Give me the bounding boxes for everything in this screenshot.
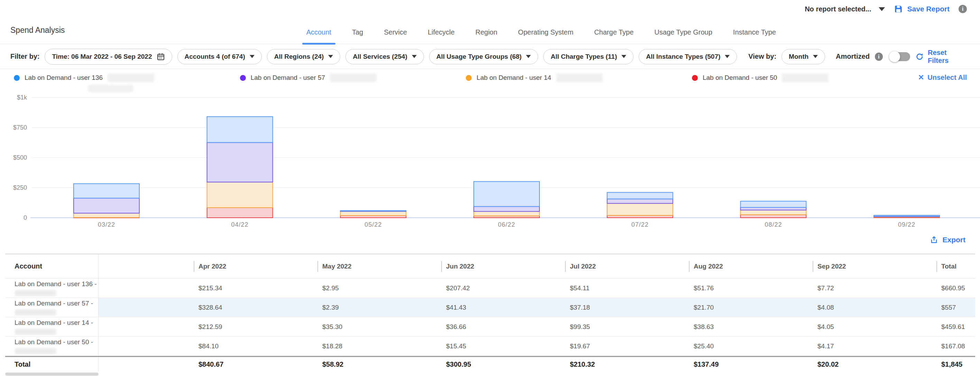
tab-instance-type[interactable]: Instance Type [723,29,786,44]
account-name: Lab on Demand - user 50 - [14,338,93,346]
tab-region[interactable]: Region [465,29,508,44]
table-header-row: Account Apr 2022 May 2022 Jun 2022 Jul 2… [5,254,975,279]
info-icon[interactable]: i [875,52,883,61]
table-row[interactable]: Lab on Demand - user 14 - $212.59 $35.30… [5,317,975,336]
cell-value: $459.61 [936,317,975,336]
cell-value: $19.67 [565,336,689,355]
chevron-down-icon [621,55,626,58]
amortized-toggle[interactable] [890,52,910,61]
svg-text:03/22: 03/22 [98,221,115,227]
save-report-button[interactable]: Save Report [894,5,950,13]
time-range-label: Time: 06 Mar 2022 - 06 Sep 2022 [52,53,152,60]
chevron-down-icon [725,55,730,58]
cell-value: $25.40 [689,336,813,355]
cell-value: $84.10 [194,336,317,355]
cell-value: $7.72 [813,279,936,298]
tab-operating-system[interactable]: Operating System [508,29,584,44]
svg-text:05/22: 05/22 [364,221,382,227]
instance-types-filter[interactable]: All Instance Types (507) [639,49,737,64]
cell-value: $2.95 [317,279,441,298]
save-icon [894,5,903,13]
cell-value: $215.34 [194,279,317,298]
legend-item-user-57[interactable]: Lab on Demand - user 57 [240,73,466,82]
total-value: $1,845 [936,357,975,372]
cell-value: $37.18 [565,298,689,317]
column-header-account: Account [5,254,99,278]
cell-value: $99.35 [565,317,689,336]
legend-item-user-136[interactable]: Lab on Demand - user 136 [14,73,240,92]
accounts-filter[interactable]: Accounts 4 (of 674) [177,49,262,64]
svg-text:08/22: 08/22 [765,221,782,227]
tab-bar: Account Tag Service Lifecycle Region Ope… [296,29,786,44]
tab-lifecycle[interactable]: Lifecycle [417,29,465,44]
view-by-select[interactable]: Month [781,49,825,64]
chevron-down-icon [328,55,333,58]
legend-dot-purple [240,75,246,81]
legend-item-user-14[interactable]: Lab on Demand - user 14 [466,73,692,82]
chevron-down-icon [813,55,818,58]
tab-charge-type[interactable]: Charge Type [584,29,644,44]
tab-tag[interactable]: Tag [342,29,374,44]
cell-value: $15.45 [441,336,565,355]
unselect-all-button[interactable]: ✕ Unselect All [918,73,967,82]
total-value: $137.49 [689,357,813,372]
chart-legend: Lab on Demand - user 136 Lab on Demand -… [0,69,980,92]
cell-value: $36.66 [441,317,565,336]
filter-by-label: Filter by: [10,52,40,60]
info-icon[interactable]: i [959,5,967,13]
horizontal-scrollbar[interactable] [5,373,980,376]
column-header-apr: Apr 2022 [194,254,317,278]
legend-dot-orange [466,75,472,81]
report-selector-label: No report selected... [805,5,871,13]
table-row[interactable]: Lab on Demand - user 57 - $328.64 $2.39 … [5,298,975,317]
calendar-icon [157,52,165,61]
total-label: Total [14,360,30,368]
cell-value: $38.63 [689,317,813,336]
reset-filters-button[interactable]: Reset Filters [915,49,967,65]
svg-text:$500: $500 [13,154,27,161]
legend-item-user-50[interactable]: Lab on Demand - user 50 [692,73,918,82]
redacted-account-id [330,73,377,82]
spend-chart[interactable]: $1k$750$500$250003/2204/2205/2206/2207/2… [0,92,980,227]
top-report-bar: No report selected... Save Report i [0,0,980,14]
cell-value: $4.17 [813,336,936,355]
chevron-down-icon [412,55,417,58]
svg-text:06/22: 06/22 [498,221,515,227]
redacted-account-id [14,309,56,316]
table-row[interactable]: Lab on Demand - user 136 - $215.34 $2.95… [5,279,975,298]
chevron-down-icon [526,55,531,58]
regions-filter[interactable]: All Regions (24) [267,49,340,64]
svg-text:09/22: 09/22 [898,221,915,227]
scrollbar-thumb[interactable] [5,373,99,376]
tab-usage-type-group[interactable]: Usage Type Group [644,29,723,44]
redacted-account-id [14,328,56,335]
usage-type-groups-filter[interactable]: All Usage Type Groups (68) [429,49,538,64]
cell-value: $35.30 [317,317,441,336]
cell-value: $21.70 [689,298,813,317]
account-name: Lab on Demand - user 14 - [14,319,93,327]
filter-bar: Filter by: Time: 06 Mar 2022 - 06 Sep 20… [0,44,980,69]
unselect-all-label: Unselect All [928,74,967,82]
column-header-jun: Jun 2022 [441,254,565,278]
legend-dot-red [692,75,698,81]
charge-types-filter[interactable]: All Charge Types (11) [543,49,633,64]
export-button[interactable]: Export [930,236,966,244]
redacted-account-id [88,85,133,92]
refresh-icon [915,52,924,61]
cell-value: $4.08 [813,298,936,317]
total-value: $300.95 [441,357,565,372]
cell-value: $18.28 [317,336,441,355]
cell-value: $167.08 [936,336,975,355]
legend-dot-blue [14,75,20,81]
tab-account[interactable]: Account [296,29,342,44]
redacted-account-id [556,73,603,82]
svg-text:$750: $750 [13,124,27,131]
time-range-filter[interactable]: Time: 06 Mar 2022 - 06 Sep 2022 [45,49,172,65]
export-icon [930,236,938,244]
report-selector[interactable]: No report selected... [805,5,885,13]
tab-service[interactable]: Service [374,29,417,44]
services-filter[interactable]: All Services (254) [345,49,423,64]
cell-value: $328.64 [194,298,317,317]
table-row[interactable]: Lab on Demand - user 50 - $84.10 $18.28 … [5,336,975,356]
svg-text:0: 0 [24,214,27,221]
